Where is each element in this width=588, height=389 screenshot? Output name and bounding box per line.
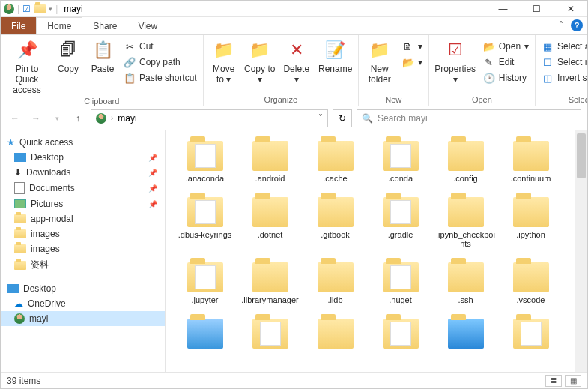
ribbon-collapse-icon[interactable]: ˄ (559, 20, 563, 31)
folder-item[interactable] (238, 319, 302, 349)
folder-item[interactable]: .cache (303, 141, 367, 184)
copy-path-button[interactable]: 🔗Copy path (122, 55, 198, 69)
up-button[interactable]: ↑ (70, 110, 86, 127)
recent-dropdown[interactable]: ▾ (49, 110, 65, 127)
tab-file[interactable]: File (1, 17, 36, 34)
icons-view-button[interactable]: ▦ (565, 375, 581, 387)
nav-quick-access[interactable]: ★Quick access (1, 135, 165, 150)
folder-item[interactable]: .dbus-keyrings (173, 197, 237, 249)
copy-to-icon: 📁 (248, 38, 272, 62)
folder-item[interactable] (303, 319, 367, 349)
desktop-icon (14, 153, 26, 162)
paste-label: Paste (91, 64, 115, 74)
folder-icon (318, 319, 354, 349)
close-button[interactable]: ✕ (554, 1, 587, 17)
file-view[interactable]: .anaconda.android.cache.conda.config.con… (166, 130, 587, 372)
folder-item[interactable]: .lldb (303, 262, 367, 305)
folder-item[interactable]: .dotnet (238, 197, 302, 249)
pin-label: Pin to Quick access (5, 64, 49, 95)
nav-onedrive[interactable]: ☁OneDrive (1, 296, 165, 311)
move-to-button[interactable]: 📁Move to ▾ (208, 38, 240, 85)
edit-button[interactable]: ✎Edit (482, 55, 530, 69)
nav-app-modal[interactable]: app-modal (1, 211, 165, 226)
rename-button[interactable]: 📝Rename (318, 38, 354, 74)
nav-documents[interactable]: Documents📌 (1, 180, 165, 196)
invert-selection-button[interactable]: ◫Invert selection (540, 71, 588, 85)
invert-selection-icon: ◫ (542, 72, 554, 84)
nav-mayi[interactable]: mayi (1, 311, 165, 326)
new-item-button[interactable]: 🗎▾ (401, 40, 424, 53)
folder-item[interactable]: .jupyter (173, 262, 237, 305)
folder-item[interactable] (369, 319, 432, 349)
folder-icon (252, 141, 288, 171)
folder-item[interactable] (173, 319, 237, 349)
search-box[interactable]: 🔍 Search mayi (357, 109, 581, 127)
select-none-button[interactable]: ☐Select none (540, 55, 588, 69)
select-all-button[interactable]: ▦Select all (540, 40, 588, 53)
folder-item[interactable]: .android (238, 141, 302, 184)
address-dropdown-icon[interactable]: ˅ (318, 113, 323, 124)
refresh-button[interactable]: ↻ (333, 109, 352, 127)
nav-downloads[interactable]: ⬇Downloads📌 (1, 165, 165, 180)
forward-button[interactable]: → (28, 110, 44, 127)
scroll-thumb[interactable] (577, 133, 586, 178)
properties-button[interactable]: ☑Properties ▾ (434, 38, 477, 85)
paste-shortcut-button[interactable]: 📋Paste shortcut (122, 71, 198, 85)
tab-home[interactable]: Home (36, 17, 82, 34)
navigation-pane[interactable]: ★Quick access Desktop📌 ⬇Downloads📌 Docum… (1, 130, 166, 372)
tab-view[interactable]: View (127, 17, 168, 34)
folder-item[interactable] (434, 319, 497, 349)
folder-item[interactable]: .anaconda (173, 141, 237, 184)
folder-item[interactable]: .ssh (434, 262, 497, 305)
nav-desktop-group[interactable]: Desktop (1, 281, 165, 296)
open-button[interactable]: 📂Open ▾ (482, 40, 530, 53)
folder-item[interactable]: .gradle (369, 197, 432, 249)
nav-images[interactable]: images (1, 241, 165, 256)
folder-item[interactable]: .gitbook (303, 197, 367, 249)
new-group-label: New (363, 94, 424, 104)
history-button[interactable]: 🕑History (482, 71, 530, 85)
folder-icon (383, 319, 419, 349)
folder-label: .conda (388, 174, 413, 184)
tab-share[interactable]: Share (82, 17, 127, 34)
nav-images[interactable]: images (1, 226, 165, 241)
vertical-scrollbar[interactable] (575, 130, 587, 372)
cut-button[interactable]: ✂Cut (122, 40, 198, 53)
pin-to-quick-access-button[interactable]: 📌 Pin to Quick access (5, 38, 49, 95)
open-group-label: Open (434, 94, 530, 104)
folder-item[interactable]: .ipython (499, 197, 563, 249)
easy-access-button[interactable]: 📂▾ (401, 55, 424, 69)
details-view-button[interactable]: ≣ (545, 375, 562, 387)
nav-desktop[interactable]: Desktop📌 (1, 150, 165, 165)
address-bar[interactable]: › mayi ˅ (91, 109, 328, 127)
minimize-button[interactable]: — (486, 1, 520, 17)
copy-to-button[interactable]: 📁Copy to ▾ (244, 38, 276, 85)
new-folder-button[interactable]: 📁New folder (363, 38, 396, 85)
folder-item[interactable]: .nuget (369, 262, 432, 305)
folder-item[interactable]: .vscode (499, 262, 563, 305)
folder-icon (252, 319, 288, 349)
title-bar: | ☑ ▾ | mayi — ☐ ✕ (1, 1, 587, 17)
folder-item[interactable]: .ipynb_checkpoints (434, 197, 497, 249)
breadcrumb-item[interactable]: mayi (118, 113, 136, 124)
folder-item[interactable]: .config (434, 141, 497, 184)
qat-folder-icon[interactable] (34, 4, 46, 13)
qat-checkbox-icon[interactable]: ☑ (22, 4, 31, 14)
documents-icon (14, 182, 25, 194)
folder-label: .jupyter (191, 295, 218, 305)
folder-item[interactable]: .conda (369, 141, 432, 184)
help-icon[interactable]: ? (571, 19, 583, 31)
back-button[interactable]: ← (7, 110, 23, 127)
nav-ziliao[interactable]: 资料 (1, 256, 165, 274)
qat-dropdown-icon[interactable]: ▾ (49, 5, 52, 13)
folder-item[interactable]: .librarymanager (238, 262, 302, 305)
nav-pictures[interactable]: Pictures📌 (1, 196, 165, 211)
folder-item[interactable]: .continuum (499, 141, 563, 184)
copy-button[interactable]: 🗐 Copy (53, 38, 83, 74)
paste-button[interactable]: 📋 Paste (88, 38, 118, 74)
pin-icon: 📌 (148, 184, 157, 193)
delete-button[interactable]: ✕Delete ▾ (280, 38, 313, 85)
folder-item[interactable] (499, 319, 563, 349)
move-to-icon: 📁 (212, 38, 236, 62)
maximize-button[interactable]: ☐ (520, 1, 554, 17)
